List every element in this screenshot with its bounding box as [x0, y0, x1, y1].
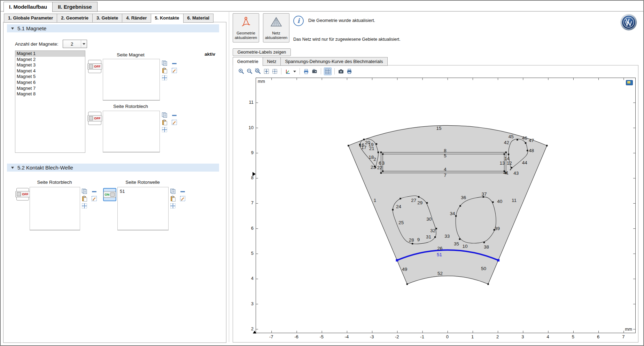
toolbar-separator — [300, 68, 300, 74]
tab-material[interactable]: 6. Material — [184, 14, 214, 23]
geometrie-labels-button[interactable]: Geometrie-Labels zeigen — [233, 48, 291, 56]
tab-raender[interactable]: 4. Ränder — [122, 14, 151, 23]
selection-entry-51[interactable]: 51 — [118, 187, 168, 194]
seite-magnet-toggle[interactable]: OFF — [88, 60, 101, 73]
clear-selection-icon[interactable] — [91, 196, 97, 202]
mesh-icon — [270, 16, 282, 30]
view-info-icon[interactable] — [626, 80, 633, 85]
magnet-list-item[interactable]: Magnet 1 — [15, 51, 85, 57]
toggle-face: OFF — [87, 63, 102, 70]
view-tab-netz[interactable]: Netz — [263, 57, 281, 66]
plot-axes[interactable]: 1545464742481620191721182632322854714131… — [256, 78, 636, 333]
magnet-list-item[interactable]: Magnet 6 — [15, 80, 85, 86]
magnet-list-item[interactable]: Magnet 5 — [15, 74, 85, 80]
magnet-list-item[interactable]: Magnet 3 — [15, 62, 85, 68]
toggle-knob — [17, 192, 21, 196]
seite-rotorblech-toggle[interactable]: OFF — [88, 112, 101, 125]
tab-ergebnisse[interactable]: II. Ergebnisse — [53, 2, 98, 12]
zoom-selected-icon[interactable] — [263, 68, 270, 75]
rotor-geometry-plot[interactable]: 1545464742481620191721182632322854714131… — [256, 78, 635, 333]
paste-icon[interactable] — [82, 196, 87, 202]
svg-text:11: 11 — [512, 198, 517, 203]
svg-text:49: 49 — [402, 267, 407, 272]
section-title: 5.2 Kontakt Blech-Welle — [17, 165, 73, 171]
unit-label-bottom: mm — [625, 327, 632, 332]
x-tick-label: 5 — [572, 334, 574, 339]
view-tab-spannungs-dehnungs-kurve[interactable]: Spannungs-Dehnungs-Kurve des Blechmateri… — [281, 57, 387, 66]
section-header-magnete[interactable]: 5.1 Magnete — [7, 24, 219, 32]
section-title: 5.1 Magnete — [17, 25, 46, 31]
copy-icon[interactable] — [162, 112, 168, 118]
paste-icon[interactable] — [162, 68, 168, 73]
zoom-extents-icon[interactable] — [271, 68, 278, 75]
tab-gebiete[interactable]: 3. Gebiete — [93, 14, 122, 23]
magnet-list[interactable]: Magnet 1Magnet 2Magnet 3Magnet 4Magnet 5… — [15, 50, 85, 153]
anzahl-magnete-select[interactable]: 2 — [63, 40, 87, 48]
x-tick-label: -5 — [319, 334, 324, 339]
tab-modellaufbau[interactable]: I. Modellaufbau — [3, 2, 53, 12]
netz-aktualisieren-button[interactable]: Netz aktualisieren — [263, 13, 289, 42]
toggle-state-label: ON — [105, 193, 110, 196]
camera-icon[interactable] — [337, 68, 344, 75]
x-tick-label: -4 — [345, 334, 349, 339]
zoom-out-icon[interactable] — [246, 68, 253, 75]
collapse-triangle-icon — [11, 167, 14, 169]
zoom-to-selection-icon[interactable] — [170, 203, 176, 209]
y-tick-label: 6 — [245, 226, 254, 231]
svg-text:42: 42 — [504, 140, 509, 145]
paste-icon[interactable] — [162, 119, 168, 125]
geometrie-aktualisieren-button[interactable]: Geometrie aktualisieren — [233, 13, 259, 42]
svg-text:9: 9 — [417, 237, 420, 242]
zoom-to-selection-icon[interactable] — [82, 203, 87, 209]
magnet-list-item[interactable]: Magnet 8 — [15, 91, 85, 97]
kontakt-rotorblech-selection-box[interactable] — [30, 187, 80, 230]
remove-icon[interactable] — [171, 112, 177, 118]
zoom-to-selection-icon[interactable] — [162, 127, 168, 133]
kontakt-rotorwelle-toggle[interactable]: ON — [103, 188, 116, 201]
tab-globale-parameter[interactable]: 1. Globale Parameter — [4, 14, 57, 23]
svg-text:28: 28 — [409, 237, 414, 243]
svg-text:38: 38 — [484, 244, 489, 250]
svg-text:43: 43 — [513, 171, 519, 176]
svg-text:51: 51 — [437, 252, 442, 257]
seite-rotorblech-selection-box[interactable] — [103, 111, 160, 152]
seite-magnet-selection-box[interactable] — [103, 59, 160, 101]
image-export-icon[interactable] — [311, 68, 318, 75]
tab-kontakte[interactable]: 5. Kontakte — [151, 14, 184, 23]
print-color-icon[interactable] — [346, 68, 353, 75]
toggle-state-label: OFF — [94, 117, 101, 120]
view-axes-icon[interactable] — [284, 68, 291, 75]
clear-selection-icon[interactable] — [171, 68, 177, 73]
tab-geometrie[interactable]: 2. Geometrie — [57, 14, 93, 23]
magnet-list-item[interactable]: Magnet 2 — [15, 57, 85, 63]
section-header-kontakt[interactable]: 5.2 Kontakt Blech-Welle — [7, 164, 219, 172]
svg-text:46: 46 — [522, 135, 527, 141]
toggle-face: OFF — [15, 191, 30, 197]
paste-icon[interactable] — [170, 196, 176, 202]
remove-icon[interactable] — [91, 189, 97, 195]
chevron-down-icon[interactable] — [293, 71, 296, 72]
view-tab-geometrie[interactable]: Geometrie — [233, 57, 263, 66]
copy-icon[interactable] — [82, 188, 87, 194]
zoom-to-selection-icon[interactable] — [162, 75, 168, 81]
kontakt-rotorwelle-selection-box[interactable]: 51 — [117, 187, 169, 230]
remove-icon[interactable] — [171, 61, 177, 66]
remove-icon[interactable] — [180, 189, 186, 195]
print-icon[interactable] — [303, 68, 310, 75]
magnet-list-item[interactable]: Magnet 4 — [15, 68, 85, 74]
copy-icon[interactable] — [170, 188, 176, 194]
kontakt-rotorblech-toggle[interactable]: OFF — [16, 188, 29, 200]
svg-text:40: 40 — [497, 199, 502, 204]
zoom-box-icon[interactable] — [255, 68, 262, 75]
anzahl-magnete-label: Anzahl der Magnete: — [15, 41, 59, 47]
clear-selection-icon[interactable] — [171, 119, 177, 125]
x-tick-label: 4 — [546, 334, 549, 339]
select-value: 2 — [63, 41, 81, 47]
magnet-list-item[interactable]: Magnet 7 — [15, 86, 85, 92]
toggle-knob — [89, 64, 93, 69]
clear-selection-icon[interactable] — [180, 196, 186, 202]
copy-icon[interactable] — [162, 60, 168, 66]
svg-text:52: 52 — [437, 271, 443, 276]
grid-icon[interactable] — [324, 68, 332, 75]
zoom-in-icon[interactable] — [238, 68, 245, 75]
